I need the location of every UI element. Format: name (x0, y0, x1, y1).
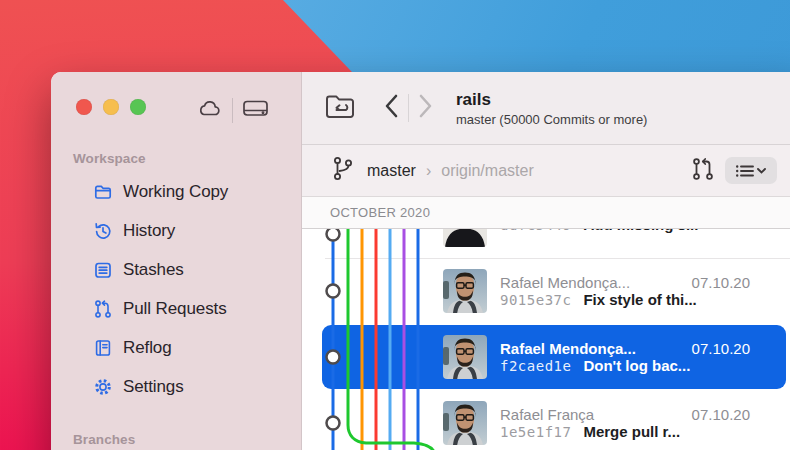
sidebar-item-pull-requests[interactable]: Pull Requests (51, 289, 301, 328)
sidebar-item-label: Working Copy (123, 182, 228, 202)
avatar (443, 229, 487, 247)
repository-subtitle: master (50000 Commits or more) (456, 112, 647, 127)
sidebar-item-stashes[interactable]: Stashes (51, 250, 301, 289)
compare-branches-icon[interactable] (691, 156, 715, 186)
window-title-block: rails master (50000 Commits or more) (456, 90, 647, 127)
chevron-right-separator: › (426, 162, 431, 180)
reflog-book-icon (93, 338, 113, 358)
desktop-wallpaper: Workspace Working Copy (0, 0, 790, 450)
back-button[interactable] (383, 93, 400, 123)
avatar (443, 401, 487, 445)
commit-author: Rafael Mendonça... (500, 340, 678, 357)
sidebar-item-label: Pull Requests (123, 299, 227, 319)
pull-request-icon (93, 299, 113, 319)
branch-bar: master › origin/master (302, 145, 790, 197)
history-clock-icon (93, 221, 113, 241)
traffic-lights (76, 99, 146, 115)
avatar (443, 269, 487, 313)
commit-message: Add missing s... (583, 229, 698, 233)
repository-folder-icon[interactable] (323, 91, 357, 126)
commit-hash: ddfc5449 (500, 229, 571, 233)
sidebar-item-history[interactable]: History (51, 211, 301, 250)
commit-row[interactable]: Rafael Mendonça... 07.10.20 9015e37cFix … (302, 258, 790, 324)
upstream-branch-label[interactable]: origin/master (441, 162, 533, 180)
minimize-window-button[interactable] (103, 99, 119, 115)
repository-title: rails (456, 90, 647, 110)
sidebar-item-settings[interactable]: Settings (51, 367, 301, 406)
stash-list-icon (93, 260, 113, 280)
commit-date: 07.10.20 (692, 406, 750, 423)
gear-icon (93, 377, 113, 397)
git-client-window: Workspace Working Copy (51, 72, 790, 450)
commit-date: 07.10.20 (692, 340, 750, 357)
commit-date: 07.10.20 (692, 274, 750, 291)
sidebar-nav: Working Copy History (51, 172, 301, 406)
nav-divider (408, 94, 409, 122)
folder-icon (93, 182, 113, 202)
sidebar-section-workspace: Workspace (73, 151, 146, 166)
commit-row[interactable]: Rafael França 07.10.20 1e5e1f17Merge pul… (302, 390, 790, 450)
cloud-icon[interactable] (196, 96, 223, 125)
commit-hash: 1e5e1f17 (500, 424, 571, 440)
commit-author: Rafael Mendonça... (500, 274, 678, 291)
git-branch-icon (330, 155, 355, 186)
commit-author: Rafael França (500, 406, 678, 423)
commit-message: Fix style of thi... (583, 291, 696, 308)
main-pane: rails master (50000 Commits or more) mas… (302, 72, 790, 450)
close-window-button[interactable] (76, 99, 92, 115)
sidebar: Workspace Working Copy (51, 72, 302, 450)
sidebar-item-label: Settings (123, 377, 184, 397)
sidebar-item-label: Reflog (123, 338, 172, 358)
sidebar-item-reflog[interactable]: Reflog (51, 328, 301, 367)
commit-row[interactable]: ddfc5449Add missing s... (302, 229, 790, 258)
date-section-header: OCTOBER 2020 (302, 197, 790, 229)
commit-message: Merge pull r... (583, 423, 680, 440)
commit-message: Don't log bac... (583, 357, 690, 374)
commit-hash: f2caed1e (500, 358, 571, 374)
titlebar: rails master (50000 Commits or more) (302, 72, 790, 145)
zoom-window-button[interactable] (130, 99, 146, 115)
commit-row-selected[interactable]: Rafael Mendonça... 07.10.20 f2caed1eDon'… (302, 324, 790, 390)
commit-list: ddfc5449Add missing s... (302, 229, 790, 450)
toolbar-divider (232, 98, 233, 123)
sidebar-section-branches: Branches (73, 432, 135, 447)
drive-icon[interactable] (242, 96, 269, 125)
commit-hash: 9015e37c (500, 292, 571, 308)
forward-button[interactable] (417, 93, 434, 123)
current-branch-label[interactable]: master (367, 162, 416, 180)
sidebar-item-label: History (123, 221, 175, 241)
list-view-dropdown-button[interactable] (725, 157, 777, 184)
sidebar-item-working-copy[interactable]: Working Copy (51, 172, 301, 211)
avatar (443, 335, 487, 379)
sidebar-item-label: Stashes (123, 260, 184, 280)
